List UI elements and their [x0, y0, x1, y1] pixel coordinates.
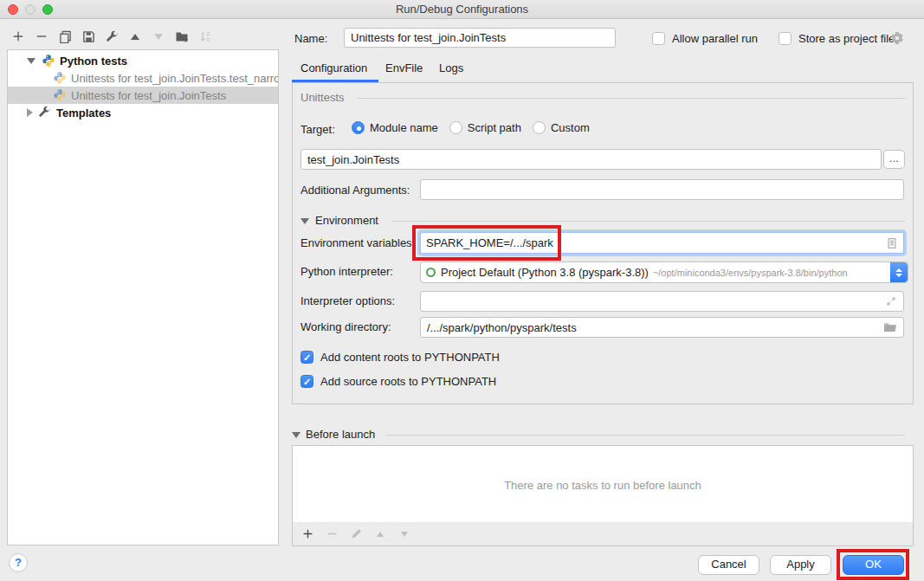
move-task-up-icon [373, 527, 387, 541]
sort-configurations-icon [198, 29, 212, 43]
python-interpreter-path: ~/opt/miniconda3/envs/pyspark-3.8/bin/py… [653, 268, 848, 278]
interpreter-options-input[interactable] [420, 291, 904, 312]
before-launch-collapse-icon[interactable] [292, 432, 300, 438]
python-interpreter-select[interactable]: Project Default (Python 3.8 (pyspark-3.8… [420, 261, 908, 283]
target-label: Target: [300, 123, 335, 136]
python-test-icon [53, 71, 67, 85]
add-configuration-icon[interactable] [11, 29, 25, 43]
add-source-roots-row[interactable]: ✓ Add source roots to PYTHONPATH [300, 375, 496, 388]
python-interpreter-value: Project Default (Python 3.8 (pyspark-3.8… [441, 266, 649, 279]
environment-collapse-icon[interactable] [300, 218, 309, 224]
radio-selected-icon[interactable] [352, 121, 365, 134]
edit-templates-icon[interactable] [105, 29, 119, 43]
add-content-roots-row[interactable]: ✓ Add content roots to PYTHONPATH [300, 351, 500, 364]
add-source-roots-label: Add source roots to PYTHONPATH [320, 375, 496, 388]
environment-variables-input[interactable]: SPARK_HOME=/.../spark [420, 232, 904, 254]
radio-custom[interactable]: Custom [533, 121, 590, 134]
unittests-group-title: Unittests [300, 91, 345, 104]
chevron-collapsed-icon[interactable] [27, 108, 33, 117]
configurations-tree: Python tests Unittests for test_join.Joi… [7, 49, 279, 545]
before-launch-separator-line [385, 435, 905, 436]
before-launch-tasks-panel: There are no tasks to run before launch [292, 445, 914, 523]
cancel-button[interactable]: Cancel [698, 555, 759, 575]
add-source-roots-checkbox[interactable]: ✓ [300, 375, 313, 388]
working-directory-value: /.../spark/python/pyspark/tests [427, 321, 883, 334]
ok-button[interactable]: OK [843, 555, 904, 575]
target-radio-group: Module name Script path Custom [352, 121, 590, 134]
radio-module-name[interactable]: Module name [352, 121, 438, 134]
name-label: Name: [294, 32, 327, 45]
dropdown-stepper-icon[interactable] [890, 262, 908, 282]
configuration-panel: Unittests Target: Module name Script pat… [292, 82, 914, 404]
radio-unselected-icon[interactable] [533, 121, 546, 134]
save-configuration-icon[interactable] [81, 29, 95, 43]
remove-task-icon [325, 527, 339, 541]
allow-parallel-run-label: Allow parallel run [672, 32, 758, 45]
expand-field-icon[interactable] [885, 295, 897, 307]
tab-configuration[interactable]: Configuration [300, 61, 367, 74]
add-content-roots-checkbox[interactable]: ✓ [300, 351, 313, 364]
target-module-input[interactable] [300, 149, 882, 170]
tree-item-label: Unittests for test_join.JoinTests.test_n… [71, 72, 278, 85]
new-folder-icon[interactable] [175, 29, 189, 43]
before-launch-title[interactable]: Before launch [306, 428, 375, 441]
allow-parallel-run-checkbox[interactable] [652, 32, 665, 45]
tree-item-unittests-test-narrow[interactable]: Unittests for test_join.JoinTests.test_n… [8, 69, 278, 87]
store-as-project-file-label: Store as project file [798, 32, 895, 45]
add-content-roots-label: Add content roots to PYTHONPATH [320, 351, 500, 364]
title-bar: Run/Debug Configurations [0, 0, 924, 19]
working-directory-label: Working directory: [300, 320, 391, 333]
working-directory-input[interactable]: /.../spark/python/pyspark/tests [420, 317, 904, 338]
tree-item-python-tests[interactable]: Python tests [8, 52, 278, 69]
python-tests-icon [42, 54, 55, 68]
remove-configuration-icon[interactable] [35, 29, 48, 43]
move-down-icon [152, 29, 165, 43]
help-button[interactable]: ? [9, 553, 28, 572]
radio-label: Script path [468, 121, 521, 134]
templates-wrench-icon [38, 106, 52, 119]
radio-label: Custom [551, 121, 590, 134]
gear-icon[interactable] [890, 31, 904, 45]
edit-task-icon [349, 527, 363, 541]
move-task-down-icon [397, 527, 411, 541]
group-separator-line [358, 98, 905, 99]
tree-item-label: Unittests for test_join.JoinTests [71, 89, 226, 102]
tasks-toolbar [292, 522, 914, 546]
additional-arguments-label: Additional Arguments: [300, 184, 410, 197]
edit-variables-icon[interactable] [886, 237, 898, 249]
add-task-icon[interactable] [300, 527, 314, 541]
copy-configuration-icon[interactable] [58, 29, 72, 43]
tree-item-label: Python tests [60, 55, 127, 68]
name-input[interactable] [344, 28, 616, 48]
environment-section-title[interactable]: Environment [315, 214, 378, 227]
tab-envfile[interactable]: EnvFile [385, 61, 423, 74]
environment-variables-value: SPARK_HOME=/.../spark [426, 236, 886, 249]
window-title: Run/Debug Configurations [0, 3, 924, 16]
no-tasks-message: There are no tasks to run before launch [293, 479, 913, 492]
tree-item-unittests-jointests[interactable]: Unittests for test_join.JoinTests [8, 87, 278, 104]
python-interpreter-label: Python interpreter: [300, 265, 393, 278]
radio-unselected-icon[interactable] [449, 121, 462, 134]
browse-button[interactable]: ... [883, 150, 905, 169]
environment-variables-label: Environment variables: [300, 236, 415, 249]
python-test-icon [53, 88, 67, 102]
conda-environment-icon [426, 268, 436, 277]
chevron-expanded-icon[interactable] [27, 58, 36, 64]
tree-item-templates[interactable]: Templates [8, 104, 278, 121]
configurations-toolbar [11, 29, 212, 44]
radio-script-path[interactable]: Script path [449, 121, 521, 134]
run-debug-configurations-dialog: Run/Debug Configurations [0, 0, 924, 581]
move-up-icon[interactable] [128, 29, 142, 43]
store-as-project-file-checkbox[interactable] [779, 32, 792, 45]
radio-label: Module name [370, 121, 438, 134]
tree-item-label: Templates [56, 107, 111, 119]
interpreter-options-label: Interpreter options: [300, 294, 395, 307]
tab-logs[interactable]: Logs [439, 61, 463, 74]
environment-separator-line [392, 221, 905, 222]
apply-button[interactable]: Apply [770, 555, 831, 575]
folder-icon[interactable] [883, 321, 897, 333]
additional-arguments-input[interactable] [420, 179, 904, 200]
